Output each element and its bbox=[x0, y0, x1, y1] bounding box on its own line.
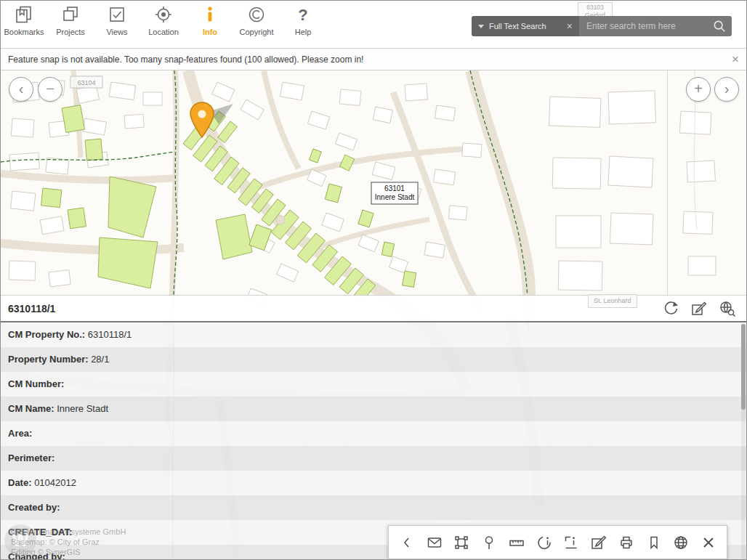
toolbar-item-views[interactable]: Views bbox=[94, 2, 140, 49]
measure-icon[interactable] bbox=[508, 534, 525, 551]
search-icon[interactable] bbox=[712, 19, 727, 36]
toolbar-item-label: Help bbox=[295, 28, 312, 36]
toolbar-item-label: Views bbox=[106, 28, 127, 36]
toolbar-item-help[interactable]: ? Help bbox=[280, 2, 326, 49]
attribute-label: Property Number: bbox=[8, 354, 89, 365]
projects-icon bbox=[60, 2, 81, 27]
zoom-out-button[interactable]: − bbox=[38, 77, 62, 102]
edit-icon[interactable] bbox=[590, 534, 607, 551]
attribute-row[interactable]: Perimeter: bbox=[1, 446, 747, 471]
attribute-value: Innere Stadt bbox=[54, 403, 108, 414]
location-target-icon bbox=[153, 2, 174, 27]
bookmark-icon[interactable] bbox=[645, 534, 663, 551]
copyright-icon bbox=[246, 2, 267, 27]
toolbar-item-label: Bookmarks bbox=[4, 28, 44, 36]
attribute-label: Created by: bbox=[8, 502, 60, 513]
attribute-value: 01042012 bbox=[32, 477, 76, 488]
scrollbar-thumb[interactable] bbox=[741, 324, 746, 410]
next-extent-button[interactable]: › bbox=[714, 77, 739, 102]
map-extent-divider bbox=[667, 70, 668, 321]
map-label-st-leonhard: St. Leonhard bbox=[588, 294, 637, 308]
close-icon[interactable] bbox=[700, 534, 717, 551]
search-scope-clear-icon[interactable]: × bbox=[567, 21, 573, 31]
attribute-label: CM Number: bbox=[8, 378, 64, 389]
identify-circle-icon[interactable] bbox=[536, 534, 553, 551]
identify-rectangle-icon[interactable] bbox=[562, 534, 580, 551]
edit-icon[interactable] bbox=[690, 300, 708, 317]
app-window: 63104 63101 Innere Stadt ‹ − + › 63103 G… bbox=[0, 0, 747, 560]
toolbar-item-label: Location bbox=[148, 28, 179, 36]
toolbar-item-bookmarks[interactable]: Bookmarks bbox=[1, 2, 47, 49]
email-icon[interactable] bbox=[426, 534, 443, 551]
map-label-innere-stadt: 63101 Innere Stadt bbox=[371, 182, 418, 204]
toolbar-item-info[interactable]: Info bbox=[187, 2, 233, 49]
search-scope-dropdown[interactable]: Full Text Search × bbox=[472, 16, 579, 36]
select-features-icon[interactable] bbox=[453, 534, 470, 551]
search-input[interactable] bbox=[579, 21, 732, 31]
attribute-label: CREATE_DAT: bbox=[8, 527, 72, 537]
previous-extent-button[interactable]: ‹ bbox=[9, 77, 33, 102]
svg-text:?: ? bbox=[298, 6, 307, 24]
attribute-label: Perimeter: bbox=[8, 453, 54, 463]
attribute-row[interactable]: CM Property No.: 6310118/1 bbox=[1, 322, 747, 347]
zoom-in-button[interactable]: + bbox=[686, 77, 711, 102]
toolbar-item-label: Info bbox=[203, 28, 217, 36]
toolbar-item-projects[interactable]: Projects bbox=[47, 2, 94, 49]
info-icon bbox=[200, 2, 220, 27]
search-scope-label: Full Text Search bbox=[489, 22, 546, 31]
toolbar-item-label: Copyright bbox=[239, 28, 273, 36]
attribute-label: Changed by: bbox=[8, 551, 65, 560]
chevron-down-icon bbox=[478, 25, 484, 28]
print-icon[interactable] bbox=[618, 534, 635, 551]
attribute-row[interactable]: Area: bbox=[1, 421, 747, 446]
globe-magnifier-icon[interactable] bbox=[719, 300, 736, 317]
result-tools-toolbar bbox=[388, 525, 727, 559]
bookmarks-icon bbox=[14, 2, 34, 27]
help-icon: ? bbox=[293, 2, 313, 27]
toolbar-item-location[interactable]: Location bbox=[140, 2, 187, 49]
attribute-row[interactable]: Created by: bbox=[1, 495, 747, 520]
map-label-63104: 63104 bbox=[70, 76, 102, 88]
attribute-row[interactable]: CM Name: Innere Stadt bbox=[1, 397, 747, 421]
pin-icon[interactable] bbox=[480, 534, 498, 551]
svg-text:63101: 63101 bbox=[384, 184, 405, 192]
attribute-scrollbar[interactable] bbox=[741, 324, 746, 559]
toolbar-item-label: Projects bbox=[56, 28, 85, 36]
notification-message: Feature snap is not available. Too many … bbox=[1, 54, 363, 65]
attribute-list: CM Property No.: 6310118/1 Property Numb… bbox=[1, 322, 747, 560]
attribute-label: CM Name: bbox=[8, 403, 54, 414]
toolbar-item-copyright[interactable]: Copyright bbox=[233, 2, 280, 49]
collapse-left-icon[interactable] bbox=[398, 534, 416, 551]
attribute-value: 6310118/1 bbox=[85, 329, 132, 340]
svg-text:63104: 63104 bbox=[77, 79, 95, 86]
globe-icon[interactable] bbox=[672, 534, 690, 551]
attribute-row[interactable]: Property Number: 28/1 bbox=[1, 347, 747, 372]
attribute-label: Date: bbox=[8, 477, 32, 488]
notification-close-icon[interactable]: × bbox=[732, 53, 739, 65]
search-field bbox=[579, 16, 732, 36]
views-icon bbox=[107, 2, 127, 27]
selection-tool-icon[interactable] bbox=[662, 300, 679, 317]
attribute-label: Area: bbox=[8, 428, 32, 439]
attribute-row[interactable]: CM Number: bbox=[1, 372, 747, 397]
attribute-value: 28/1 bbox=[89, 354, 110, 365]
search-control: Full Text Search × bbox=[472, 16, 732, 36]
svg-text:Innere Stadt: Innere Stadt bbox=[375, 193, 415, 201]
attribute-label: CM Property No.: bbox=[8, 329, 85, 340]
attribute-row[interactable]: Date: 01042012 bbox=[1, 471, 747, 495]
notification-bar: Feature snap is not available. Too many … bbox=[1, 49, 747, 70]
result-title: 6310118/1 bbox=[1, 303, 55, 315]
